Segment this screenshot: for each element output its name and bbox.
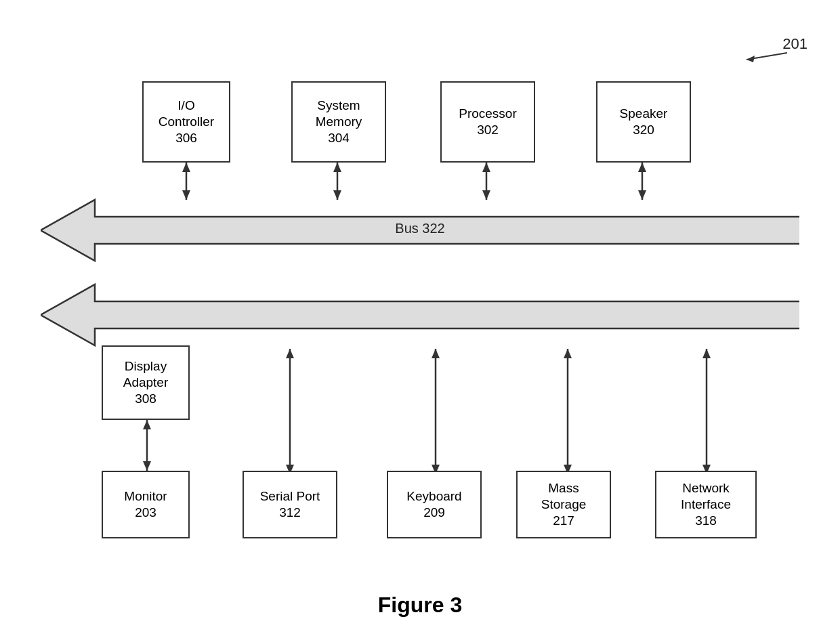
box-keyboard-label: Keyboard [406,488,461,505]
svg-marker-14 [638,163,646,172]
svg-marker-27 [432,349,440,358]
box-system-memory: SystemMemory 304 [291,81,386,163]
box-processor-number: 302 [477,122,499,138]
box-serial-port-number: 312 [279,505,301,521]
box-monitor: Monitor 203 [102,471,190,538]
box-io-controller-number: 306 [175,130,197,146]
box-system-memory-label: SystemMemory [316,98,362,130]
box-monitor-label: Monitor [124,488,167,505]
box-speaker-number: 320 [633,122,654,138]
box-mass-storage: MassStorage 217 [516,471,611,538]
svg-marker-21 [143,420,151,429]
box-serial-port: Serial Port 312 [243,471,337,538]
box-io-controller-label: I/OController [159,98,214,130]
svg-marker-5 [182,163,190,172]
box-io-controller: I/OController 306 [142,81,230,163]
svg-marker-24 [286,349,294,358]
connector-processor [480,163,493,200]
box-display-adapter-number: 308 [135,391,156,407]
svg-marker-3 [41,284,799,345]
box-mass-storage-label: MassStorage [541,480,587,513]
svg-marker-6 [182,190,190,200]
box-network-interface-number: 318 [695,513,717,529]
box-processor: Processor 302 [440,81,535,163]
connector-speaker [635,163,649,200]
svg-marker-11 [482,163,490,172]
box-speaker-label: Speaker [620,106,668,122]
connector-network-interface [700,349,713,474]
box-system-memory-number: 304 [328,130,350,146]
connector-system-memory [331,163,344,200]
bus-label: Bus 322 [0,221,840,236]
box-monitor-number: 203 [135,505,156,521]
box-speaker: Speaker 320 [596,81,691,163]
box-keyboard-number: 209 [423,505,445,521]
connector-mass-storage [561,349,574,474]
connector-keyboard [429,349,442,474]
box-keyboard: Keyboard 209 [387,471,482,538]
box-network-interface: NetworkInterface 318 [655,471,757,538]
figure-label: Figure 3 [0,593,840,618]
connector-io-controller [180,163,193,200]
svg-marker-8 [333,163,341,172]
box-processor-label: Processor [459,106,517,122]
diagram: 201 Bus 322 I/OController 306 SystemMemo… [0,0,840,638]
box-mass-storage-number: 217 [553,513,574,529]
box-display-adapter-label: DisplayAdapter [123,358,169,391]
ref-number-201: 201 [782,35,807,53]
connector-serial-port [283,349,297,474]
box-display-adapter: DisplayAdapter 308 [102,345,190,420]
box-network-interface-label: NetworkInterface [681,480,731,513]
svg-marker-9 [333,190,341,200]
svg-marker-12 [482,190,490,200]
svg-marker-33 [702,349,711,358]
connector-monitor [140,420,154,471]
svg-marker-30 [564,349,572,358]
lower-bus [41,281,799,349]
svg-marker-15 [638,190,646,200]
box-serial-port-label: Serial Port [260,488,320,505]
svg-marker-20 [143,461,151,471]
